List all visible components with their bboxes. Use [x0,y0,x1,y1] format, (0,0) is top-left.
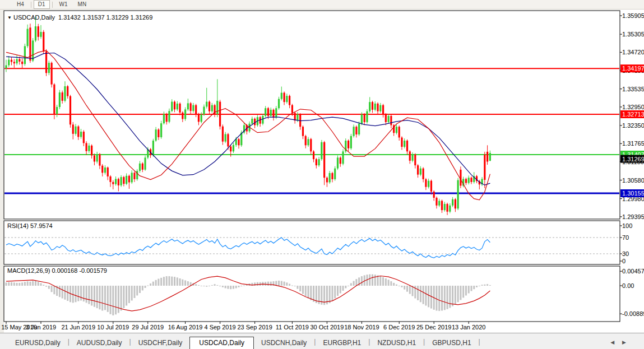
svg-text:1.30155: 1.30155 [622,190,644,197]
timeframe-button-mn[interactable]: MN [73,0,91,9]
svg-text:1.29395: 1.29395 [622,213,644,220]
time-axis-label: 13 Jan 2020 [452,324,486,331]
time-axis-label: 18 Nov 2019 [344,324,379,331]
chart-area: 1.359051.353051.347201.341351.335351.329… [0,10,644,333]
time-axis-label: 16 Aug 2019 [168,324,203,331]
timeframe-toolbar: H4 D1 W1 MN [0,0,644,10]
symbol-tab-usdcad[interactable]: USDCAD,Daily [189,337,254,349]
svg-text:1.32950: 1.32950 [622,104,644,110]
price-badge: 1.30155 [620,189,644,197]
symbol-tab-gbpusd[interactable]: GBPUSD,H1 [425,337,478,349]
svg-text:1.34197: 1.34197 [622,65,644,72]
svg-text:1.31269: 1.31269 [622,156,644,162]
rsi-axis-label: 70 [622,234,629,241]
symbol-tab-bar: EURUSD,Daily|AUDUSD,Daily|USDCHF,DailyUS… [0,333,644,349]
svg-text:1.31765: 1.31765 [622,140,644,147]
svg-text:1.32350: 1.32350 [622,122,644,129]
timeframe-button-h4[interactable]: H4 [12,0,29,9]
terminal-window: H4 D1 W1 MN 1.359051.353051.347201.34135… [0,0,644,349]
svg-text:1.35305: 1.35305 [622,31,644,38]
symbol-tab-eurusd[interactable]: EURUSD,Daily [8,337,68,349]
time-axis-label: 10 Jul 2019 [97,324,129,331]
tab-scroll-arrows: ◀▶ [610,339,634,345]
time-axis-label: 29 Jul 2019 [132,324,164,331]
symbol-tab-nzdusd[interactable]: NZDUSD,H1 [370,337,423,349]
tab-scroll-left-icon[interactable]: ◀ [610,339,622,345]
rsi-pane [4,221,620,264]
price-badge: 1.32713 [620,110,644,118]
time-axis-label: 25 Dec 2019 [416,324,451,331]
toolbar-separator [52,2,53,8]
price-badge: 1.34197 [620,64,644,72]
time-axis-label: 30 Oct 2019 [310,324,344,331]
time-axis-label: 21 Jun 2019 [62,324,96,331]
time-axis-label: 11 Oct 2019 [276,324,309,331]
timeframe-button-d1[interactable]: D1 [34,0,50,9]
time-axis-label: 23 Sep 2019 [237,324,272,331]
symbol-tab-audusd[interactable]: AUDUSD,Daily [70,337,129,349]
rsi-axis-label: 100 [622,222,632,229]
macd-axis-label: 0.00 [622,282,634,289]
rsi-axis-label: 0 [622,258,626,264]
time-axis-label: 4 Sep 2019 [204,324,235,331]
svg-text:1.32713: 1.32713 [622,111,644,118]
time-axis-label: 6 Dec 2019 [383,324,415,331]
price-badge: 1.31269 [620,155,644,163]
svg-text:1.33535: 1.33535 [622,86,644,92]
symbol-tabs: EURUSD,Daily|AUDUSD,Daily|USDCHF,DailyUS… [8,336,480,349]
tab-scroll-right-icon[interactable]: ▶ [622,339,634,345]
svg-text:1.35905: 1.35905 [622,12,644,19]
macd-axis-label: -0.008893 [622,310,644,317]
svg-text:1.30580: 1.30580 [622,177,644,184]
symbol-tab-usdcnh[interactable]: USDCNH,Daily [254,337,314,349]
chart-canvas[interactable]: 1.359051.353051.347201.341351.335351.329… [0,10,644,333]
toolbar-separator [31,2,31,8]
svg-text:1.34720: 1.34720 [622,49,644,55]
time-axis-label: 3 Jun 2019 [26,324,56,331]
rsi-axis-label: 30 [622,250,629,257]
macd-axis-label: 0.004572 [622,268,644,274]
timeframe-button-w1[interactable]: W1 [55,0,72,9]
tab-separator: | [479,338,480,346]
symbol-tab-eurgbp[interactable]: EURGBP,H1 [316,337,368,349]
symbol-tab-usdchf[interactable]: USDCHF,Daily [131,337,190,349]
